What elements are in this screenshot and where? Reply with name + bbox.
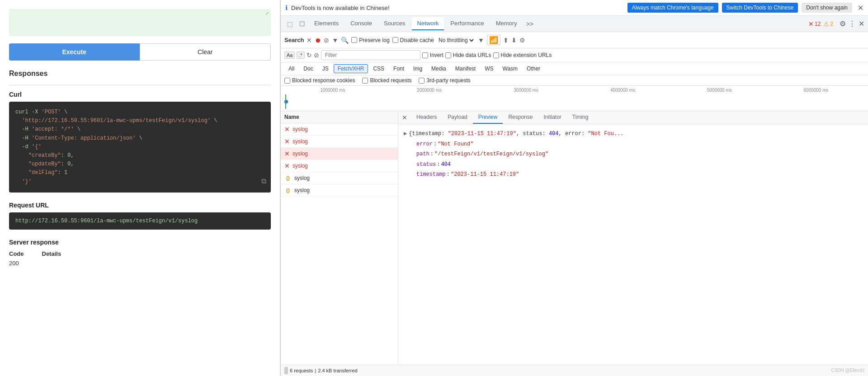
error-badge: ✕ 12 [808, 20, 821, 28]
detail-tab-preview[interactable]: Preview [473, 111, 503, 124]
copy-icon[interactable]: ⧉ [261, 176, 266, 188]
timeline-label-4: 4000000 ms [574, 88, 671, 93]
request-item-2[interactable]: ✕ syslog [281, 136, 398, 148]
clear-icon[interactable]: ⊘ [324, 37, 329, 44]
detail-tab-initiator[interactable]: Initiator [538, 111, 566, 124]
type-tab-media[interactable]: Media [427, 64, 450, 73]
network-settings-icon[interactable]: ⚙ [519, 37, 525, 44]
request-url-title: Request URL [9, 202, 271, 209]
clear-button[interactable]: Clear [140, 43, 271, 61]
info-close-button[interactable]: ✕ [858, 4, 863, 12]
blocked-requests-checkbox[interactable] [362, 78, 368, 84]
horizontal-scrollbar-thumb[interactable] [284, 367, 288, 374]
wifi-icon[interactable]: 📶 [487, 35, 500, 45]
root-toggle[interactable]: ▶ [404, 129, 407, 139]
curl-code-block: curl -X 'POST' \ 'http://172.16.50.55:96… [9, 102, 271, 193]
type-tab-other[interactable]: Other [523, 64, 544, 73]
request-item-6[interactable]: {} syslog [281, 184, 398, 197]
blocked-cookies-label: Blocked response cookies [284, 77, 355, 84]
timestamp-line: timestamp: "2023-11-15 11:47:19" [411, 170, 863, 180]
invert-checkbox[interactable] [422, 52, 428, 58]
detail-tab-response[interactable]: Response [503, 111, 538, 124]
dont-show-button[interactable]: Don't show again [802, 3, 852, 13]
request-item-4[interactable]: ✕ syslog [281, 160, 398, 172]
devtools-close-icon[interactable]: ✕ [859, 19, 864, 28]
type-tab-font[interactable]: Font [389, 64, 408, 73]
download-icon[interactable]: ⬇ [511, 37, 517, 44]
execute-button[interactable]: Execute [9, 43, 140, 61]
preserve-log-checkbox[interactable] [351, 37, 357, 43]
timeline-label-2: 2000000 ms [381, 88, 478, 93]
type-tab-img[interactable]: Img [409, 64, 426, 73]
curl-title: Curl [9, 91, 271, 98]
refresh-icon[interactable]: ↻ [307, 52, 312, 59]
watermark: CSDN @Ellen刘 [831, 367, 864, 374]
server-response-title: Server response [9, 239, 271, 246]
type-tab-fetch[interactable]: Fetch/XHR [334, 64, 368, 73]
switch-chinese-button[interactable]: Switch DevTools to Chinese [722, 3, 798, 13]
tab-elements[interactable]: Elements [309, 17, 344, 30]
timeline-canvas [281, 94, 868, 109]
preview-content: ▶ {timestamp: "2023-11-15 11:47:19", sta… [398, 124, 868, 365]
detail-tab-timing[interactable]: Timing [567, 111, 594, 124]
timeline-bar: 1000000 ms 2000000 ms 3000000 ms 4000000… [281, 86, 868, 111]
device-icon[interactable]: ☐ [297, 19, 308, 29]
filter-icon[interactable]: ▼ [332, 37, 338, 44]
tab-network[interactable]: Network [412, 17, 444, 30]
request-item-5[interactable]: {} syslog [281, 172, 398, 184]
search-icon[interactable]: 🔍 [341, 37, 349, 44]
detail-tab-payload[interactable]: Payload [442, 111, 472, 124]
devtools-panel: ℹ DevTools is now available in Chinese! … [280, 0, 868, 376]
type-tab-js[interactable]: JS [318, 64, 333, 73]
detail-close-icon[interactable]: ✕ [402, 114, 407, 121]
upload-icon[interactable]: ⬆ [503, 37, 509, 44]
match-case-button[interactable]: Aa [284, 52, 295, 59]
always-match-button[interactable]: Always match Chrome's language [627, 3, 718, 13]
filter-input[interactable] [321, 50, 420, 60]
throttle-select[interactable]: No throttling [437, 37, 475, 44]
type-tab-css[interactable]: CSS [369, 64, 388, 73]
action-buttons: Execute Clear [9, 43, 271, 61]
timeline-label-5: 5000000 ms [671, 88, 768, 93]
cancel-filter-icon[interactable]: ⊘ [314, 52, 319, 59]
hide-data-urls-checkbox[interactable] [445, 52, 451, 58]
error-line: error: "Not Found" [411, 140, 863, 150]
type-tab-ws[interactable]: WS [481, 64, 497, 73]
tree-children: error: "Not Found" path: "/testFeign/v1/… [411, 140, 863, 180]
search-close-icon[interactable]: ✕ [307, 37, 312, 44]
inspect-icon[interactable]: ⬚ [284, 19, 296, 29]
blocked-cookies-checkbox[interactable] [284, 78, 290, 84]
url-block: http://172.16.50.55:9601/la-mwc-upms/tes… [9, 212, 271, 230]
type-tab-doc[interactable]: Doc [299, 64, 317, 73]
tab-console[interactable]: Console [345, 17, 377, 30]
server-response-section: Server response Code Details 200 [9, 239, 271, 267]
tab-sources[interactable]: Sources [378, 17, 411, 30]
request-item-3[interactable]: ✕ syslog [281, 148, 398, 160]
third-party-checkbox[interactable] [419, 78, 425, 84]
type-tab-manifest[interactable]: Manifest [451, 64, 480, 73]
request-item-1[interactable]: ✕ syslog [281, 123, 398, 136]
warning-badge: ⚠ 2 [823, 20, 833, 28]
throttle-dropdown-icon[interactable]: ▼ [478, 37, 484, 44]
tab-memory[interactable]: Memory [491, 17, 523, 30]
devtools-settings-icon[interactable]: ⚙ [838, 19, 848, 28]
detail-tab-headers[interactable]: Headers [411, 111, 442, 124]
left-panel: ⤢ Execute Clear Responses Curl curl -X '… [0, 0, 280, 376]
status-key: status [416, 160, 436, 170]
disable-cache-checkbox[interactable] [392, 37, 398, 43]
devtools-more-icon[interactable]: ⋮ [849, 19, 856, 28]
error-key: error [416, 140, 433, 150]
tab-performance[interactable]: Performance [445, 17, 489, 30]
devtools-tabs: ⬚ ☐ Elements Console Sources Network Per… [281, 16, 868, 32]
timestamp-key: timestamp [416, 170, 446, 180]
regex-button[interactable]: .* [297, 52, 304, 59]
type-tab-all[interactable]: All [284, 64, 298, 73]
root-text: {timestamp: "2023-11-15 11:47:19", statu… [409, 129, 623, 139]
path-line: path: "/testFeign/v1/testFeign/v1/syslog… [411, 150, 863, 160]
hide-ext-urls-checkbox[interactable] [493, 52, 499, 58]
type-tab-wasm[interactable]: Wasm [499, 64, 522, 73]
error-count: 12 [815, 21, 821, 27]
record-icon[interactable]: ⏺ [315, 37, 321, 44]
more-tabs-icon[interactable]: >> [524, 19, 536, 29]
info-bar: ℹ DevTools is now available in Chinese! … [281, 0, 868, 16]
